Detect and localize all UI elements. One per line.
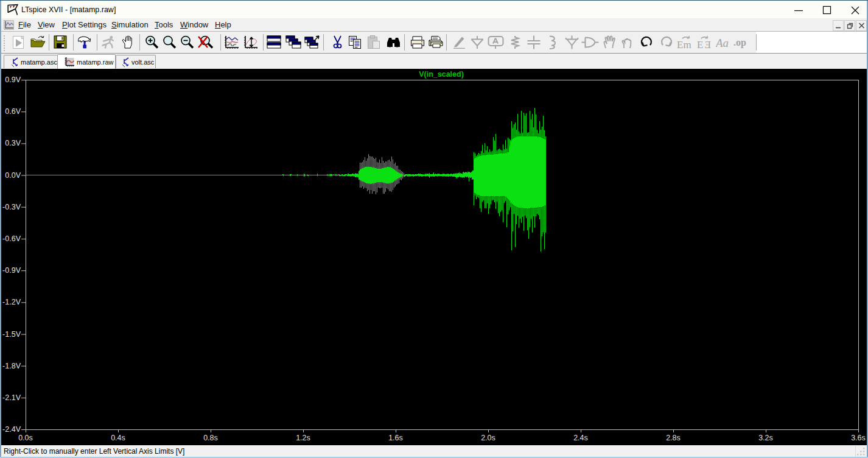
svg-text:3.2s: 3.2s bbox=[758, 434, 773, 442]
svg-text:0.0V: 0.0V bbox=[5, 171, 21, 180]
svg-text:0.0s: 0.0s bbox=[18, 434, 33, 442]
svg-text:1.6s: 1.6s bbox=[388, 434, 403, 442]
svg-text:2.4s: 2.4s bbox=[573, 434, 588, 442]
svg-text:2.8s: 2.8s bbox=[666, 434, 681, 442]
svg-text:1.2s: 1.2s bbox=[296, 434, 310, 442]
svg-text:-1.8V: -1.8V bbox=[2, 362, 21, 370]
svg-text:2.0s: 2.0s bbox=[481, 434, 495, 442]
svg-text:-0.9V: -0.9V bbox=[2, 266, 21, 275]
svg-text:E: E bbox=[697, 39, 703, 49]
svg-text:0.8s: 0.8s bbox=[203, 434, 218, 442]
svg-text:E: E bbox=[705, 39, 711, 49]
svg-text:0.9V: 0.9V bbox=[5, 76, 21, 84]
svg-text:Aa: Aa bbox=[716, 37, 729, 49]
svg-text:-0.3V: -0.3V bbox=[2, 203, 21, 211]
svg-text:-0.6V: -0.6V bbox=[2, 234, 21, 243]
svg-text:3.6s: 3.6s bbox=[851, 434, 866, 442]
svg-text:-1.2V: -1.2V bbox=[2, 298, 21, 306]
svg-text:-1.5V: -1.5V bbox=[2, 330, 21, 339]
svg-text:0.3V: 0.3V bbox=[5, 139, 21, 147]
svg-text:V(in_scaled): V(in_scaled) bbox=[419, 70, 464, 79]
svg-text:0.6V: 0.6V bbox=[5, 107, 21, 116]
svg-text:-2.1V: -2.1V bbox=[2, 393, 21, 402]
svg-text:-2.4V: -2.4V bbox=[2, 425, 21, 434]
svg-text:Em: Em bbox=[677, 39, 691, 49]
svg-text:.op: .op bbox=[733, 37, 746, 48]
svg-text:0.4s: 0.4s bbox=[111, 434, 125, 442]
